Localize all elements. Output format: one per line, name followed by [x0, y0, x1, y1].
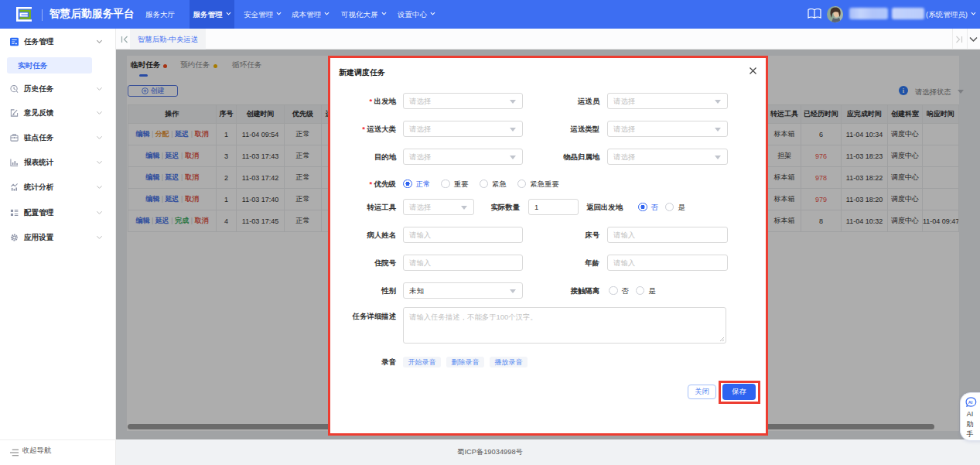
svg-text:AI: AI [968, 400, 973, 405]
